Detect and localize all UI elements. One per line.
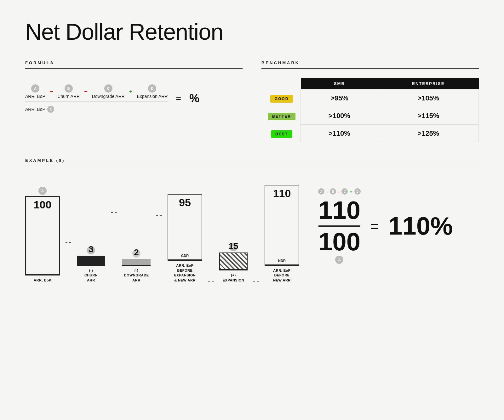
connector-5	[253, 203, 259, 282]
benchmark-row-better: BETTER >100% >115%	[261, 107, 479, 125]
formula-denom-text: ARR, BoP	[25, 107, 45, 112]
result-denominator: 100	[318, 229, 360, 254]
benchmark-header-enterprise: ENTERPRISE	[378, 78, 478, 89]
bar-sub-gdr: GDR	[181, 254, 189, 258]
formula-term-a: A ARR, BoP	[25, 84, 45, 99]
formula-result: %	[189, 92, 199, 105]
benchmark-better-enterprise: >115%	[378, 107, 478, 125]
bar-baseline-c	[122, 265, 151, 266]
result-circle-label-row: A	[335, 256, 343, 264]
benchmark-table: SMB ENTERPRISE GOOD >95% >105% BETTER >1…	[261, 78, 479, 142]
circle-b: B	[65, 84, 73, 93]
abcd-row: A - B - C + D	[318, 188, 361, 195]
bar-a	[25, 196, 60, 275]
result-op2: -	[338, 189, 340, 194]
dotted-connector-1	[66, 242, 71, 243]
formula-denom-circle: A	[47, 106, 54, 113]
bar-group-c: C 2 (-)DOWNGRADEARR	[122, 259, 151, 283]
bar-c	[122, 259, 151, 265]
dotted-connector-3	[156, 215, 162, 216]
bar-label-b: (-)CHURNARR	[84, 268, 98, 283]
example-section: EXAMPLE ($) A 100 ARR, BoP	[25, 158, 479, 283]
bar-baseline-ndr	[265, 265, 299, 266]
result-equals: =	[370, 218, 379, 235]
result-percent: 110%	[388, 212, 453, 241]
bar-group-b: B 3 (-)CHURNARR	[77, 256, 105, 283]
bar-baseline-gdr	[168, 260, 202, 261]
badge-best: BEST	[271, 130, 292, 138]
op-plus: +	[129, 88, 133, 95]
result-circle-c: C	[341, 188, 348, 195]
bar-value-c: 2	[134, 247, 139, 258]
connector-2	[111, 203, 117, 282]
formula-term-c: C Downgrade ARR	[92, 84, 125, 99]
bar-label-c: (-)DOWNGRADEARR	[124, 268, 149, 283]
formula-text-b: Churn ARR	[57, 94, 80, 99]
badge-good: GOOD	[270, 95, 293, 103]
formula-label: FORMULA	[25, 60, 243, 65]
example-label: EXAMPLE ($)	[25, 158, 479, 163]
formula-fraction: A ARR, BoP − B Churn ARR − C Downgrade A…	[25, 84, 168, 113]
formula-denominator-row: ARR, BoP A	[25, 106, 168, 113]
result-divider	[318, 225, 360, 227]
formula-term-d: D Expansion ARR	[137, 84, 168, 99]
page-title: Net Dollar Retention	[25, 19, 479, 45]
benchmark-better-smb: >100%	[301, 107, 378, 125]
circle-d: D	[148, 84, 156, 93]
result-circle-label-a: A	[335, 256, 343, 264]
formula-area: A ARR, BoP − B Churn ARR − C Downgrade A…	[25, 78, 243, 116]
bar-label-ndr: ARR, EoPBEFORENEW ARR	[273, 268, 291, 283]
example-content: A 100 ARR, BoP B 3	[25, 176, 479, 283]
formula-term-b: B Churn ARR	[57, 84, 80, 99]
result-op1: -	[326, 189, 328, 194]
badge-better: BETTER	[268, 113, 295, 120]
bar-circle-a: A	[38, 187, 47, 195]
bar-label-a: ARR, BoP	[34, 278, 51, 283]
result-circle-d: D	[354, 188, 361, 195]
bar-d	[219, 253, 248, 270]
bar-label-gdr: ARR, EoPBEFOREEXPANSION& NEW ARR	[174, 263, 196, 283]
formula-text-a: ARR, BoP	[25, 94, 45, 99]
formula-text-c: Downgrade ARR	[92, 94, 125, 99]
chart-area: A 100 ARR, BoP B 3	[25, 176, 299, 283]
benchmark-row-good: GOOD >95% >105%	[261, 89, 479, 107]
connector-1	[66, 203, 71, 282]
bar-group-d: D 15 (+)EXPANSION	[219, 253, 248, 283]
benchmark-header-smb: SMB	[301, 78, 378, 89]
bar-group-gdr: 95 GDR ARR, EoPBEFOREEXPANSION& NEW ARR	[168, 194, 202, 283]
benchmark-best-smb: >110%	[301, 125, 378, 142]
op-minus-2: −	[84, 88, 88, 95]
dotted-connector-4	[208, 281, 214, 282]
bar-label-d: (+)EXPANSION	[223, 273, 244, 283]
result-block: A - B - C + D 110 100 A	[318, 188, 361, 264]
benchmark-row-best: BEST >110% >125%	[261, 125, 479, 142]
bar-ndr	[265, 185, 299, 265]
connector-3	[156, 203, 162, 282]
circle-a: A	[31, 84, 39, 93]
bar-b	[77, 256, 105, 265]
result-op3: +	[350, 189, 352, 194]
benchmark-section: BENCHMARK SMB ENTERPRISE GOOD >95% >105%…	[261, 60, 479, 142]
result-fraction: 110 100 A	[318, 198, 360, 264]
formula-text-d: Expansion ARR	[137, 94, 168, 99]
benchmark-label: BENCHMARK	[261, 60, 479, 65]
bar-value-d: 15	[228, 241, 238, 251]
formula-equals: =	[176, 94, 181, 104]
benchmark-best-enterprise: >125%	[378, 125, 478, 142]
bar-gdr	[168, 194, 202, 260]
op-minus-1: −	[50, 88, 53, 95]
benchmark-good-smb: >95%	[301, 89, 378, 107]
bar-baseline-b	[77, 265, 105, 266]
dotted-connector-2	[111, 212, 117, 213]
bar-value-b: 3	[89, 244, 94, 254]
result-circle-b: B	[330, 188, 336, 195]
bar-sub-ndr: NDR	[278, 259, 286, 263]
result-numerator: 110	[318, 198, 360, 223]
formula-section: FORMULA A ARR, BoP − B Churn ARR −	[25, 60, 243, 142]
circle-c: C	[104, 84, 112, 93]
bar-baseline-d	[219, 270, 248, 270]
bar-baseline-a	[25, 275, 60, 275]
bar-group-ndr: 110 NDR ARR, EoPBEFORENEW ARR	[265, 185, 299, 283]
bar-group-a: A 100 ARR, BoP	[25, 196, 60, 283]
result-area: A - B - C + D 110 100 A	[318, 188, 479, 283]
